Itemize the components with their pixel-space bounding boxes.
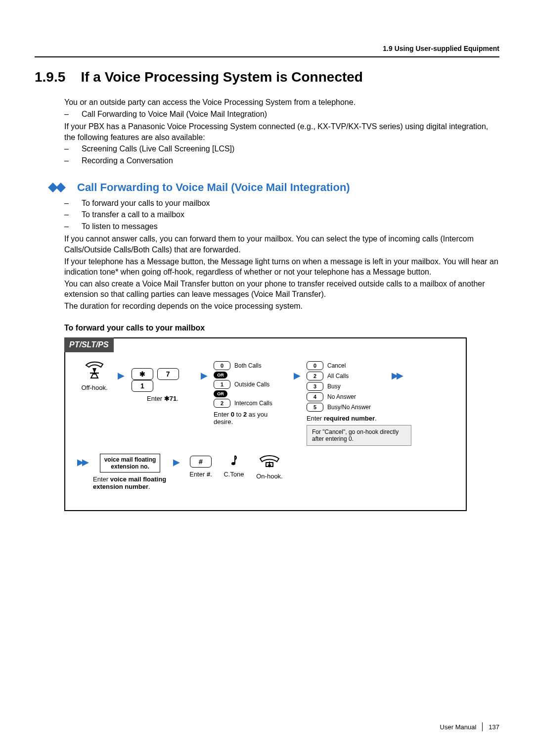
- opt-label: Intercom Calls: [234, 400, 272, 407]
- diamond-bullet-icon: [35, 184, 77, 191]
- intro-block: You or an outside party can access the V…: [64, 97, 499, 166]
- arrow-icon: ▶: [294, 370, 301, 381]
- offhook-caption: Off-hook.: [81, 384, 107, 391]
- opts2-cell: 0Cancel 2All Calls 3Busy 4No Answer 5Bus…: [307, 361, 386, 446]
- flow-header: PT/SLT/PS: [64, 337, 114, 352]
- para-3: You can also create a Voice Mail Transfe…: [64, 279, 499, 300]
- hash-caption: Enter #.: [189, 471, 212, 478]
- key-2: 2: [307, 372, 323, 380]
- ctone-caption: C.Tone: [223, 471, 244, 478]
- offhook-cell: Off-hook.: [77, 361, 112, 391]
- key-3: 3: [307, 382, 323, 391]
- key-1: 1: [214, 380, 230, 389]
- ctone-cell: C.Tone: [222, 454, 246, 478]
- vm-ext-box: voice mail floating extension no.: [100, 454, 161, 473]
- para-4: The duration for recording depends on th…: [64, 301, 499, 312]
- sub-bullet-2: To transfer a call to a mailbox: [64, 209, 499, 220]
- arrow-icon: ▶: [173, 457, 180, 468]
- flow-row-1: Off-hook. ▶ ✱ 7 1 Enter ✱71. ▶: [77, 361, 454, 446]
- running-header: 1.9 Using User-supplied Equipment: [35, 45, 499, 52]
- key-1: 1: [132, 380, 153, 392]
- tone-icon: [228, 454, 240, 468]
- header-rule: [35, 56, 499, 57]
- flow-row-2: ▶▶ voice mail floating extension no. Ent…: [77, 454, 454, 491]
- para-2: If your telephone has a Message button, …: [64, 256, 499, 278]
- key-4: 4: [307, 392, 323, 401]
- or-pill: OR: [214, 390, 227, 397]
- key-5: 5: [307, 403, 323, 412]
- opt-label: Busy/No Answer: [327, 404, 371, 411]
- opts2-caption: Enter required number.: [307, 415, 377, 422]
- onhook-cell: On-hook.: [252, 454, 287, 480]
- enter71-caption: Enter ✱71.: [147, 395, 178, 402]
- key-hash: #: [190, 456, 212, 468]
- onhook-caption: On-hook.: [256, 472, 282, 480]
- opts1-caption: Enter 0 to 2 as you desire.: [214, 411, 288, 425]
- instruction-title: To forward your calls to your mailbox: [64, 324, 499, 332]
- flow-body: Off-hook. ▶ ✱ 7 1 Enter ✱71. ▶: [65, 352, 466, 511]
- intro-p1: You or an outside party can access the V…: [64, 97, 499, 108]
- keys-cell: ✱ 7 1 Enter ✱71.: [131, 361, 195, 402]
- intro-bullet-3: Recording a Conversation: [64, 155, 499, 166]
- section-text: If a Voice Processing System is Connecte…: [81, 69, 363, 85]
- key-star: ✱: [132, 368, 153, 380]
- intro-bullet-2: Screening Calls (Live Call Screening [LC…: [64, 143, 499, 154]
- document-page: 1.9 Using User-supplied Equipment 1.9.5 …: [0, 0, 534, 756]
- subheading-row: Call Forwarding to Voice Mail (Voice Mai…: [35, 181, 499, 194]
- arrow-icon: ▶: [118, 370, 125, 381]
- onhook-icon: [257, 454, 282, 470]
- or-pill: OR: [214, 372, 227, 378]
- para-1: If you cannot answer calls, you can forw…: [64, 234, 499, 255]
- subheading: Call Forwarding to Voice Mail (Voice Mai…: [77, 181, 350, 194]
- footer-manual: User Manual: [440, 723, 477, 731]
- arrow-double-icon: ▶▶: [392, 370, 401, 381]
- key-0: 0: [214, 361, 230, 370]
- offhook-icon: [83, 361, 106, 381]
- hash-cell: # Enter #.: [186, 454, 216, 478]
- sub-bullet-3: To listen to messages: [64, 221, 499, 232]
- arrow-icon: ▶: [201, 370, 208, 381]
- footer-page: 137: [489, 723, 499, 731]
- vm-ext-cell: voice mail floating extension no. Enter …: [93, 454, 167, 491]
- page-footer: User Manual 137: [440, 722, 499, 731]
- key-0: 0: [307, 361, 323, 370]
- key-2: 2: [214, 399, 230, 408]
- cancel-note: For "Cancel", go on-hook directly after …: [307, 425, 411, 446]
- opt-label: All Calls: [327, 373, 349, 379]
- intro-bullet-1: Call Forwarding to Voice Mail (Voice Mai…: [64, 109, 499, 120]
- section-number: 1.9.5: [35, 69, 65, 85]
- key-7: 7: [157, 368, 179, 380]
- intro-p2: If your PBX has a Panasonic Voice Proces…: [64, 121, 499, 142]
- arrow-double-icon: ▶▶: [77, 457, 87, 468]
- svg-point-0: [231, 462, 235, 465]
- opt-label: No Answer: [327, 393, 356, 400]
- opt-label: Cancel: [327, 362, 346, 369]
- sub-bullet-1: To forward your calls to your mailbox: [64, 198, 499, 209]
- opts1-cell: 0Both Calls OR 1Outside Calls OR 2Interc…: [214, 361, 288, 425]
- opt-label: Busy: [327, 383, 341, 390]
- section-title: 1.9.5 If a Voice Processing System is Co…: [35, 69, 499, 85]
- opt-label: Outside Calls: [234, 381, 269, 388]
- vm-ext-caption: Enter voice mail floating extension numb…: [93, 475, 167, 490]
- flowchart-box: PT/SLT/PS Off-hook.: [64, 337, 467, 512]
- footer-separator: [482, 722, 483, 731]
- sub-block: To forward your calls to your mailbox To…: [64, 198, 499, 312]
- opt-label: Both Calls: [234, 362, 262, 369]
